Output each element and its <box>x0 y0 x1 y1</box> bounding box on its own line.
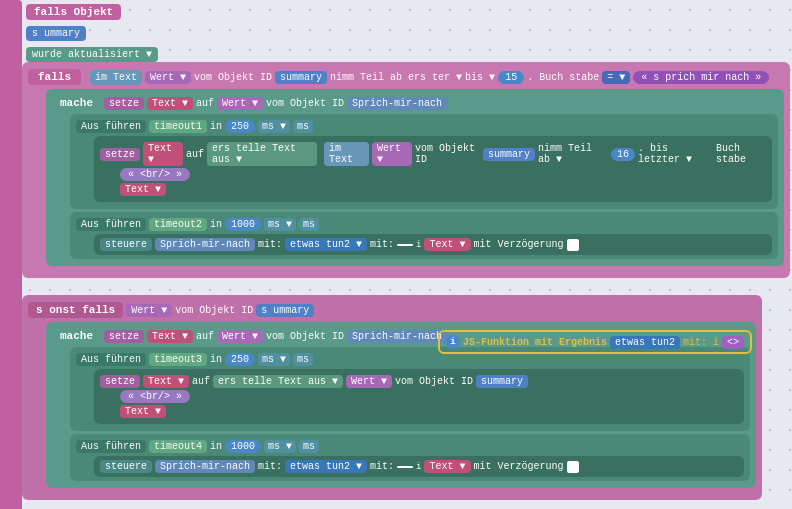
erste-label-sf[interactable]: ers telle Text aus ▼ <box>213 375 343 388</box>
checkbox-sf[interactable] <box>567 461 579 473</box>
ms1-label-sf-1[interactable]: ms ▼ <box>258 353 290 366</box>
wert-label-sf-3[interactable]: Wert ▼ <box>346 375 392 388</box>
erste-label-1[interactable]: ers telle Text aus ▼ <box>207 142 317 166</box>
vom-label-2: vom Objekt ID <box>266 98 344 109</box>
sonst-falls-header: s onst falls Wert ▼ vom Objekt ID s umma… <box>28 302 756 318</box>
wert-label-2[interactable]: Wert ▼ <box>217 97 263 110</box>
text-label-sf-2[interactable]: Text ▼ <box>143 375 189 388</box>
ms2-label-2: ms <box>299 218 319 231</box>
timeout2-label: timeout2 <box>149 218 207 231</box>
wert-label-1[interactable]: Wert ▼ <box>145 71 191 84</box>
etwas-label-1[interactable]: etwas tun2 ▼ <box>285 238 367 251</box>
i-label-sf: i <box>416 462 421 472</box>
vom-label-3: vom Objekt ID <box>415 143 480 165</box>
num-1000-1[interactable]: 1000 <box>225 218 261 231</box>
setze2-row: setze Text ▼ auf ers telle Text aus ▼ im… <box>100 142 766 166</box>
vom-label-sf-2: vom Objekt ID <box>266 331 344 342</box>
setze-label-1: setze <box>104 97 144 110</box>
text-pill-steuere-1[interactable]: Text ▼ <box>424 238 470 251</box>
timeout4-row: Aus führen timeout4 in 1000 ms ▼ ms <box>76 440 744 453</box>
text-pill-row-sf: Text ▼ <box>120 405 738 418</box>
auf-label-2: auf <box>186 149 204 160</box>
js-func-container: i JS-Funktion mit Ergebnis etwas tun2 mi… <box>438 330 752 354</box>
nimm-label-1: nimm Teil ab ers ter ▼ <box>330 72 462 83</box>
eq-label-1[interactable]: = ▼ <box>602 71 630 84</box>
summary-row: s ummary <box>26 26 158 41</box>
mache-label-1: mache <box>52 95 101 111</box>
ms2-label-sf-2: ms <box>299 440 319 453</box>
in-label-1: in <box>210 121 222 132</box>
white-input-1[interactable] <box>397 244 413 246</box>
mit2-label-sf: mit: <box>370 461 394 472</box>
setze-label-sf: setze <box>104 330 144 343</box>
wert-label-sf-2[interactable]: Wert ▼ <box>217 330 263 343</box>
mit-verz-sf: mit Verzögerung <box>474 461 564 472</box>
checkbox-1[interactable] <box>567 239 579 251</box>
num-250-sf[interactable]: 250 <box>225 353 255 366</box>
js-etwas[interactable]: etwas tun2 <box>610 336 680 349</box>
steuere-label-sf: steuere <box>100 460 152 473</box>
wert-sf-1[interactable]: Wert ▼ <box>126 304 172 317</box>
text-pill-steuere-sf[interactable]: Text ▼ <box>424 460 470 473</box>
auf-label-sf: auf <box>196 331 214 342</box>
mache-row-1: mache setze Text ▼ auf Wert ▼ vom Objekt… <box>52 95 778 111</box>
nimm-label-2: nimm Teil ab ▼ <box>538 143 608 165</box>
ms1-label-sf-2[interactable]: ms ▼ <box>264 440 296 453</box>
js-bracket[interactable]: <> <box>722 336 744 349</box>
ms2-label-1: ms <box>293 120 313 133</box>
ausfuhren-label-1: Aus führen <box>76 120 146 133</box>
brbr-label-sf: « <br/> » <box>120 390 190 403</box>
sprich-mir-nach-label-1: Sprich-mir-nach <box>347 97 447 110</box>
text-pill-sf[interactable]: Text ▼ <box>120 405 166 418</box>
num-250-1[interactable]: 250 <box>225 120 255 133</box>
ausfuhren-label-sf-2: Aus führen <box>76 440 146 453</box>
etwas-label-sf[interactable]: etwas tun2 ▼ <box>285 460 367 473</box>
vom-label-1: vom Objekt ID <box>194 72 272 83</box>
js-text: JS-Funktion mit Ergebnis <box>463 337 607 348</box>
wurde-label[interactable]: wurde aktualisiert ▼ <box>26 47 158 62</box>
sidebar <box>0 0 22 509</box>
text-label-sf[interactable]: Text ▼ <box>147 330 193 343</box>
falls-objekt-label[interactable]: falls Objekt <box>26 4 121 20</box>
num-15[interactable]: 15 <box>498 71 524 84</box>
timeout3-label: timeout3 <box>149 353 207 366</box>
timeout1-label: timeout1 <box>149 120 207 133</box>
setze2-sf-row: setze Text ▼ auf ers telle Text aus ▼ We… <box>100 375 738 388</box>
vom-sf-1: vom Objekt ID <box>175 305 253 316</box>
brbr-row-sf: « <br/> » <box>120 390 738 403</box>
falls-keyword[interactable]: falls <box>28 69 81 85</box>
vom-label-sf-3: vom Objekt ID <box>395 376 473 387</box>
sprich-mir-nach-steuere-sf: Sprich-mir-nach <box>155 460 255 473</box>
mit2-label-1: mit: <box>370 239 394 250</box>
wert-label-3[interactable]: Wert ▼ <box>372 142 412 166</box>
setze-label-2: setze <box>100 148 140 161</box>
i-label-1: i <box>416 240 421 250</box>
text-pill-1[interactable]: Text ▼ <box>120 183 166 196</box>
text-label-1[interactable]: Text ▼ <box>147 97 193 110</box>
sprich-mir-nach-label-sf: Sprich-mir-nach <box>347 330 447 343</box>
white-input-sf[interactable] <box>397 466 413 468</box>
num-1000-sf[interactable]: 1000 <box>225 440 261 453</box>
summary-label-sf-2: summary <box>476 375 528 388</box>
mache-label-sf: mache <box>52 328 101 344</box>
ms1-label-1[interactable]: ms ▼ <box>258 120 290 133</box>
summary-header-label[interactable]: s ummary <box>26 26 86 41</box>
js-mit: mit: i <box>683 337 719 348</box>
sprich-label-1: « s prich mir nach » <box>633 71 769 84</box>
setze-label-sf-2: setze <box>100 375 140 388</box>
timeout1-row: Aus führen timeout1 in 250 ms ▼ ms <box>76 120 772 133</box>
sidebar-bottom <box>0 469 22 509</box>
ausfuhren-label-2: Aus führen <box>76 218 146 231</box>
num-16[interactable]: 16 <box>611 148 635 161</box>
bis-label-1: bis ▼ <box>465 72 495 83</box>
sonst-falls-keyword[interactable]: s onst falls <box>28 302 123 318</box>
text-label-2[interactable]: Text ▼ <box>143 142 183 166</box>
wurde-row: wurde aktualisiert ▼ <box>26 47 158 62</box>
falls-objekt-row: falls Objekt <box>26 4 158 20</box>
ms2-label-sf-1: ms <box>293 353 313 366</box>
in-label-2: in <box>210 219 222 230</box>
summary-sf-1: s ummary <box>256 304 314 317</box>
info-circle: i <box>446 335 460 349</box>
ms1-label-2[interactable]: ms ▼ <box>264 218 296 231</box>
in-label-sf-1: in <box>210 354 222 365</box>
